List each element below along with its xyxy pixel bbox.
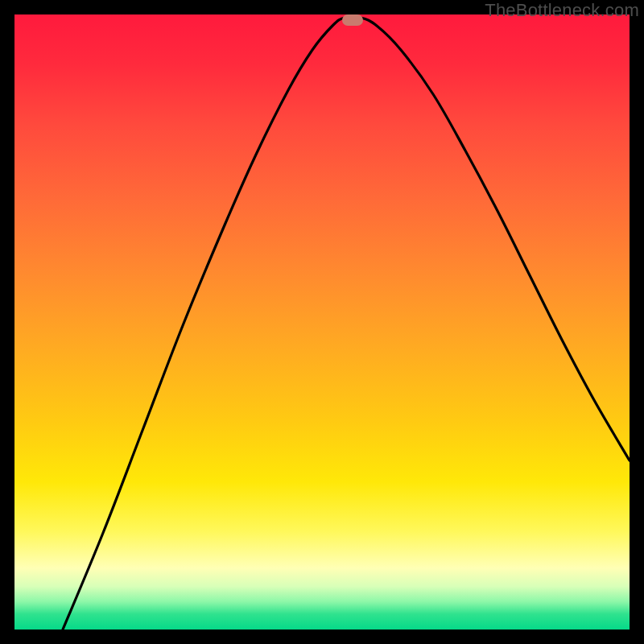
watermark-text: TheBottleneck.com bbox=[485, 0, 639, 21]
chart-frame: TheBottleneck.com bbox=[0, 0, 644, 644]
bottleneck-curve bbox=[14, 14, 630, 630]
optimum-marker bbox=[342, 14, 363, 26]
chart-plot-area bbox=[14, 14, 630, 630]
